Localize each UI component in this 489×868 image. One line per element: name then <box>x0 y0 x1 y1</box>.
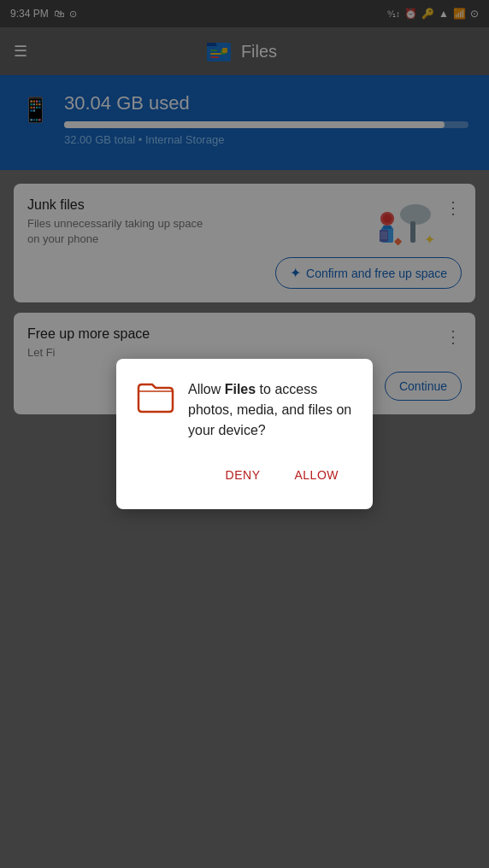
dialog-actions: Deny Allow <box>137 461 352 489</box>
dialog-content: Allow Files to access photos, media, and… <box>137 379 352 441</box>
dialog-message: Allow Files to access photos, media, and… <box>188 379 352 441</box>
deny-button[interactable]: Deny <box>212 461 274 489</box>
dialog-app-name: Files <box>225 382 256 396</box>
folder-icon <box>137 381 174 413</box>
allow-button[interactable]: Allow <box>280 461 352 489</box>
permission-dialog: Allow Files to access photos, media, and… <box>116 359 373 509</box>
